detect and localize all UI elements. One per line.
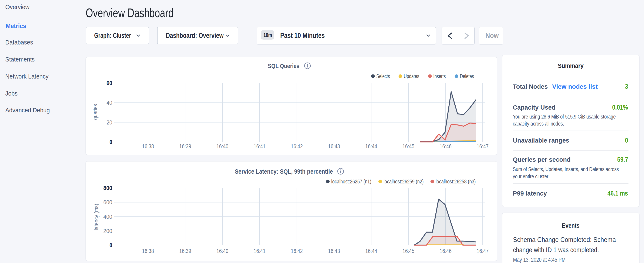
svg-text:600: 600: [103, 199, 112, 205]
svg-text:40: 40: [106, 99, 112, 106]
svg-text:16:46: 16:46: [440, 143, 452, 150]
svg-text:16:44: 16:44: [365, 143, 377, 150]
svg-text:16:38: 16:38: [142, 248, 154, 254]
svg-text:400: 400: [103, 213, 112, 220]
svg-text:16:41: 16:41: [254, 143, 266, 150]
svg-text:16:39: 16:39: [179, 248, 191, 254]
svg-text:16:38: 16:38: [142, 143, 154, 150]
svg-text:200: 200: [103, 228, 112, 234]
svg-text:16:45: 16:45: [402, 248, 414, 254]
svg-text:queries: queries: [92, 104, 98, 120]
svg-text:0: 0: [110, 139, 112, 145]
svg-text:16:47: 16:47: [477, 248, 488, 254]
svg-text:16:46: 16:46: [440, 248, 452, 254]
svg-text:16:42: 16:42: [291, 143, 303, 150]
svg-text:16:40: 16:40: [216, 143, 228, 150]
svg-text:16:43: 16:43: [328, 143, 340, 150]
svg-text:16:40: 16:40: [216, 248, 228, 254]
svg-text:60: 60: [106, 80, 112, 86]
svg-text:16:39: 16:39: [179, 143, 191, 150]
svg-text:16:45: 16:45: [402, 143, 414, 150]
svg-text:16:47: 16:47: [477, 143, 488, 150]
svg-text:16:43: 16:43: [328, 248, 340, 254]
svg-text:16:41: 16:41: [254, 248, 266, 254]
svg-text:800: 800: [103, 185, 112, 191]
svg-text:0: 0: [110, 242, 112, 248]
svg-text:20: 20: [106, 119, 112, 126]
svg-text:16:42: 16:42: [291, 248, 303, 254]
svg-text:16:44: 16:44: [365, 248, 377, 254]
svg-text:latency (ms): latency (ms): [93, 204, 100, 230]
